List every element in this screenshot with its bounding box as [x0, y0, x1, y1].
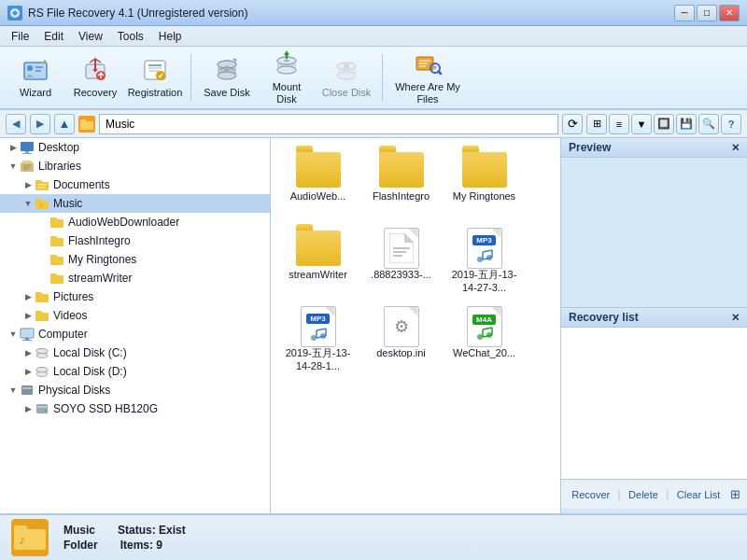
list-item[interactable]: MP3 2019-五月-13-14-28-1...: [278, 302, 358, 377]
tree-item-physical[interactable]: ▼ Physical Disks: [0, 381, 270, 399]
tree-item-flashintegro[interactable]: FlashIntegro: [0, 231, 270, 250]
folder-icon: [462, 150, 507, 189]
local-disk-d-icon: [34, 364, 50, 379]
minimize-button[interactable]: ─: [674, 5, 695, 21]
menu-file[interactable]: File: [4, 28, 36, 45]
streamwriter-label: streamWriter: [68, 272, 132, 285]
view-list-button[interactable]: ≡: [609, 114, 629, 134]
list-item[interactable]: .88823933-...: [361, 224, 441, 299]
filter-button[interactable]: ▼: [631, 114, 652, 134]
maximize-button[interactable]: □: [697, 5, 717, 21]
svg-point-27: [337, 72, 356, 79]
svg-point-83: [30, 391, 33, 394]
recovery-list-close-icon[interactable]: ✕: [731, 312, 740, 324]
list-item[interactable]: MP3 2019-五月-13-14-27-3...: [444, 224, 524, 299]
tree-item-desktop[interactable]: ▶ Desktop: [0, 138, 270, 157]
list-item[interactable]: ⚙ desktop.ini: [361, 302, 441, 377]
svg-point-104: [477, 334, 483, 340]
svg-rect-42: [25, 151, 29, 153]
window-title-area: RS File Recovery 4.1 (Unregistered versi…: [7, 6, 247, 21]
recover-button[interactable]: Recover: [566, 487, 615, 502]
details-button[interactable]: 🔲: [654, 114, 674, 134]
recovery-options-button[interactable]: ⊞: [728, 487, 742, 501]
svg-rect-57: [50, 217, 57, 220]
tree-item-computer[interactable]: ▼ Computer: [0, 325, 270, 343]
svg-point-17: [218, 72, 236, 79]
music-label: Music: [53, 197, 82, 210]
svg-rect-62: [50, 275, 63, 284]
view-grid-button[interactable]: ⊞: [586, 114, 607, 134]
registration-label: Registration: [128, 87, 183, 99]
menu-edit[interactable]: Edit: [36, 28, 71, 45]
svg-rect-82: [22, 387, 32, 389]
wizard-button[interactable]: Wizard: [7, 50, 63, 105]
folder-music-icon: ♪: [34, 196, 50, 211]
recovery-icon: [80, 55, 110, 85]
list-item[interactable]: AudioWeb...: [278, 146, 358, 220]
tree-item-local-d[interactable]: ▶ Local Disk (D:): [0, 362, 270, 381]
tree-item-music[interactable]: ▼ ♪ Music: [0, 194, 270, 213]
address-input[interactable]: [99, 114, 558, 134]
tree-item-videos[interactable]: ▶ Videos: [0, 306, 270, 325]
file-grid: AudioWeb... FlashIntegro: [271, 138, 560, 513]
recovery-button[interactable]: Recovery: [67, 50, 123, 105]
help-button[interactable]: ?: [721, 114, 741, 134]
app-icon: [7, 6, 22, 21]
close-disk-button[interactable]: Close Disk: [318, 50, 374, 105]
svg-rect-60: [50, 257, 63, 265]
list-item[interactable]: My Ringtones: [444, 146, 524, 220]
registration-button[interactable]: Registration: [127, 50, 183, 105]
svg-point-24: [284, 59, 289, 62]
tree-item-libraries[interactable]: ▼ Libraries: [0, 157, 270, 175]
save-button[interactable]: 💾: [676, 114, 697, 134]
folder-icon: [78, 116, 95, 133]
separator-1: [190, 54, 191, 101]
folder-streamwriter-icon: [49, 271, 65, 286]
preview-close-icon[interactable]: ✕: [731, 142, 740, 154]
status-name-row: Music Status: Exist: [63, 524, 186, 537]
menu-tools[interactable]: Tools: [110, 28, 151, 45]
delete-button[interactable]: Delete: [623, 487, 664, 502]
save-disk-button[interactable]: Save Disk: [199, 50, 255, 105]
folder-pictures-icon: [34, 289, 50, 304]
list-item[interactable]: M4A WeChat_20...: [444, 302, 524, 377]
list-item[interactable]: FlashIntegro: [361, 146, 441, 220]
svg-point-22: [277, 66, 296, 74]
tree-item-local-c[interactable]: ▶ Local Disk (C:): [0, 343, 270, 362]
forward-button[interactable]: ▶: [30, 114, 50, 134]
where-files-button[interactable]: ? Where Are My Files: [390, 50, 465, 105]
svg-text:♪: ♪: [19, 532, 25, 547]
mount-disk-button[interactable]: Mount Disk: [259, 50, 315, 105]
search-button[interactable]: 🔍: [698, 114, 719, 134]
list-item[interactable]: streamWriter: [278, 224, 358, 299]
menu-help[interactable]: Help: [151, 28, 190, 45]
tree-item-soyo[interactable]: ▶ SOYO SSD HB120G: [0, 399, 270, 418]
up-button[interactable]: ▲: [54, 114, 75, 134]
expand-arrow: ▼: [7, 385, 19, 395]
tree-item-documents[interactable]: ▶ Documents: [0, 175, 270, 194]
file-label: desktop.ini: [376, 346, 426, 359]
folder-videos-icon: [34, 308, 50, 323]
svg-rect-45: [22, 161, 32, 163]
folder-documents-icon: [34, 177, 50, 192]
file-label: 2019-五月-13-14-28-1...: [283, 346, 353, 373]
recovery-list-content: [561, 328, 747, 479]
svg-point-76: [36, 349, 48, 354]
svg-rect-58: [50, 238, 63, 246]
svg-rect-63: [50, 273, 57, 276]
recovery-list-title: Recovery list: [569, 311, 639, 324]
recovery-panel: Recovery list ✕ Recover | Delete | Clear…: [561, 308, 747, 513]
close-button[interactable]: ✕: [719, 5, 740, 21]
tree-item-pictures[interactable]: ▶ Pictures: [0, 287, 270, 306]
clear-list-button[interactable]: Clear List: [671, 487, 726, 502]
back-button[interactable]: ◀: [6, 114, 26, 134]
tree-item-myringtones[interactable]: My Ringtones: [0, 250, 270, 269]
refresh-button[interactable]: ⟳: [562, 114, 583, 134]
tree-item-streamwriter[interactable]: streamWriter: [0, 269, 270, 287]
expand-arrow: ▼: [22, 199, 34, 208]
svg-rect-70: [22, 330, 32, 336]
svg-rect-61: [50, 255, 57, 258]
mount-disk-label: Mount Disk: [261, 81, 312, 105]
menu-view[interactable]: View: [71, 28, 110, 45]
tree-item-audiowebdownloader[interactable]: AudioWebDownloader: [0, 213, 270, 231]
